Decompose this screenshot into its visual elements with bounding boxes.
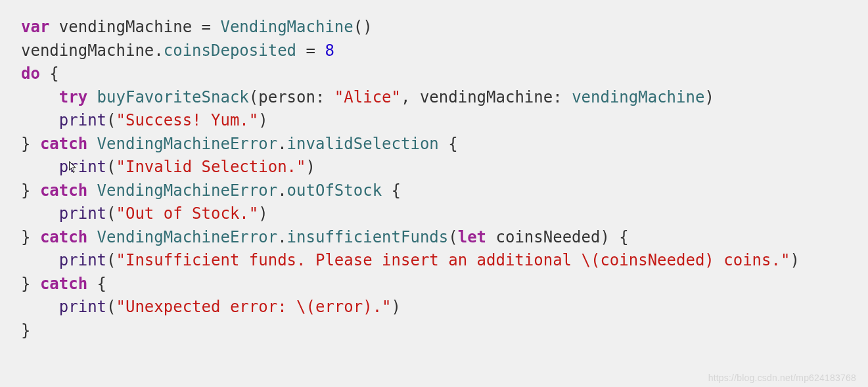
number-literal: 8 <box>325 41 334 60</box>
function-print: print <box>59 111 106 129</box>
code-line: print("Out of Stock.") <box>21 204 268 223</box>
function-print: print <box>59 298 106 316</box>
identifier: vendingMachine <box>572 88 704 106</box>
code-line: } catch VendingMachineError.invalidSelec… <box>21 135 458 153</box>
keyword-let: let <box>458 228 486 246</box>
keyword-do: do <box>21 64 40 83</box>
string-literal: "Insufficient funds. Please insert an ad… <box>116 251 790 269</box>
type-name: VendingMachine <box>220 18 353 36</box>
property: coinsDeposited <box>164 41 296 60</box>
code-line: print("Insufficient funds. Please insert… <box>21 251 800 269</box>
code-line: print("Invalid Selection.") <box>21 158 315 176</box>
string-literal: "Success! Yum." <box>116 111 259 129</box>
identifier: vendingMachine <box>21 41 154 60</box>
keyword-try: try <box>59 88 87 106</box>
arg-label: person <box>258 88 315 106</box>
enum-case: outOfStock <box>287 181 382 200</box>
keyword-catch: catch <box>40 228 87 246</box>
code-line: print("Success! Yum.") <box>21 111 268 129</box>
type-name: VendingMachineError <box>97 135 278 153</box>
arg-label: vendingMachine <box>420 88 553 106</box>
string-literal: "Invalid Selection." <box>116 158 306 176</box>
code-line: vendingMachine.coinsDeposited = 8 <box>21 41 334 60</box>
code-line: print("Unexpected error: \(error).") <box>21 298 401 316</box>
enum-case: invalidSelection <box>287 135 439 153</box>
keyword-catch: catch <box>40 275 87 293</box>
code-line: } catch { <box>21 275 106 293</box>
identifier: coinsNeeded <box>496 228 601 246</box>
enum-case: insufficientFunds <box>287 228 449 246</box>
identifier: vendingMachine <box>59 18 192 36</box>
code-line: do { <box>21 64 59 83</box>
function-call: buyFavoriteSnack <box>97 88 249 106</box>
type-name: VendingMachineError <box>97 181 278 200</box>
keyword-var: var <box>21 18 49 36</box>
string-literal: "Alice" <box>334 88 401 106</box>
keyword-catch: catch <box>40 135 87 153</box>
code-line: try buyFavoriteSnack(person: "Alice", ve… <box>21 88 714 106</box>
type-name: VendingMachineError <box>97 228 278 246</box>
keyword-catch: catch <box>40 181 87 200</box>
code-line: } catch VendingMachineError.outOfStock { <box>21 181 401 200</box>
code-line: } <box>21 321 30 340</box>
function-print: print <box>59 204 106 223</box>
function-print: print <box>59 158 106 176</box>
string-literal: "Unexpected error: \(error)." <box>116 298 392 316</box>
code-line: var vendingMachine = VendingMachine() <box>21 18 373 36</box>
code-line: } catch VendingMachineError.insufficient… <box>21 228 629 246</box>
string-literal: "Out of Stock." <box>116 204 259 223</box>
watermark-text: https://blog.csdn.net/mp624183768 <box>708 373 856 383</box>
code-block: var vendingMachine = VendingMachine() ve… <box>0 0 868 358</box>
function-print: print <box>59 251 106 269</box>
